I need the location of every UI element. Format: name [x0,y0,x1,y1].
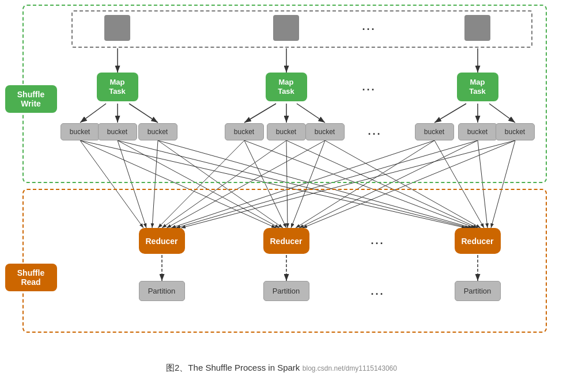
bucket-3-2: bucket [458,123,497,140]
shuffle-read-label: Shuffle Read [5,264,57,291]
bucket-3-1: bucket [415,123,454,140]
dots-buckets: ... [368,125,382,138]
bucket-2-3: bucket [305,123,345,140]
dots-map-tasks: ... [362,81,376,93]
bucket-2-2: bucket [267,123,306,140]
dots-partitions: ... [371,286,385,298]
diagram-container: Shuffle Write Shuffle Read ... MapTask M… [5,5,558,361]
partition-3: Partition [455,281,501,301]
bucket-1-3: bucket [138,123,177,140]
caption-area: 图2、The Shuffle Process in Spark blog.csd… [166,363,397,374]
caption-text: 图2、The Shuffle Process in Spark [166,363,300,372]
bucket-2-1: bucket [225,123,264,140]
reducer-3: Reducer [455,228,501,254]
input-boxes-region [71,10,532,48]
reducer-2: Reducer [263,228,309,254]
gray-square-2 [273,15,299,41]
map-task-3: MapTask [457,73,498,101]
gray-square-3 [464,15,490,41]
shuffle-write-label: Shuffle Write [5,85,57,113]
map-task-2: MapTask [266,73,307,101]
gray-square-1 [104,15,130,41]
caption-sub: blog.csdn.net/dmy1115143060 [303,364,397,372]
partition-1: Partition [139,281,185,301]
reducer-1: Reducer [139,228,185,254]
bucket-1-2: bucket [98,123,137,140]
bucket-3-3: bucket [496,123,535,140]
shuffle-read-region [22,189,547,333]
bucket-1-1: bucket [61,123,100,140]
map-task-1: MapTask [97,73,138,101]
dots-top: ... [362,21,376,33]
partition-2: Partition [263,281,309,301]
dots-reducers: ... [371,235,385,247]
